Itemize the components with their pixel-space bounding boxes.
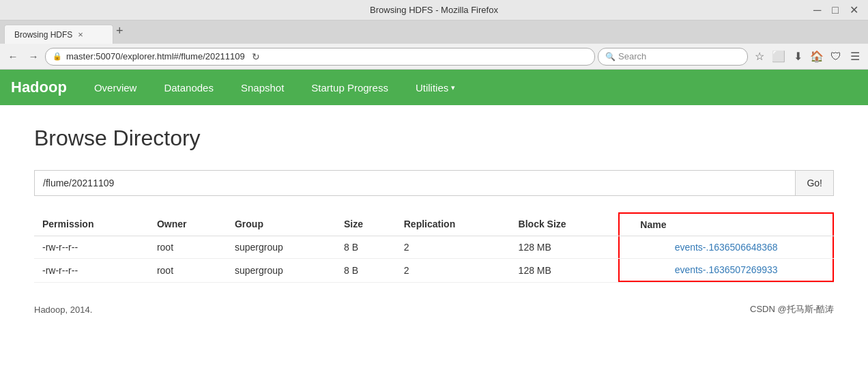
table-row: -rw-r--r-- root supergroup 8 B 2 128 MB … [34, 259, 834, 283]
search-placeholder: Search [618, 51, 646, 61]
col-header-name: Name [618, 212, 834, 236]
back-button[interactable]: ← [4, 48, 22, 66]
reload-button[interactable]: ↻ [252, 51, 260, 62]
footer: Hadoop, 2014. CSDN @托马斯-酷涛 [34, 303, 834, 322]
path-bar: Go! [34, 170, 834, 196]
nav-item-overview[interactable]: Overview [81, 70, 151, 105]
utilities-dropdown-arrow: ▾ [451, 83, 455, 92]
menu-icon[interactable]: ☰ [846, 48, 864, 66]
home-icon[interactable]: 🏠 [808, 48, 826, 66]
browser-toolbar-icons: ☆ ⬜ ⬇ 🏠 🛡 ☰ [751, 48, 864, 66]
nav-item-utilities[interactable]: Utilities ▾ [402, 70, 469, 105]
window-controls: ─ □ ✕ [811, 3, 861, 16]
col-header-replication: Replication [396, 212, 510, 236]
col-header-size: Size [336, 212, 396, 236]
browser-tab-active[interactable]: Browsing HDFS × [4, 25, 113, 44]
cell-size: 8 B [336, 236, 396, 259]
cell-group: supergroup [227, 236, 336, 259]
file-table: Permission Owner Group Size Replication … [34, 212, 834, 283]
browser-titlebar: Browsing HDFS - Mozilla Firefox ─ □ ✕ [0, 0, 868, 20]
lock-icon: 🔒 [53, 52, 62, 61]
forward-button[interactable]: → [25, 48, 42, 66]
browser-addressbar: ← → 🔒 master:50070/explorer.html#/flume/… [0, 44, 868, 70]
hadoop-brand[interactable]: Hadoop [11, 79, 67, 96]
url-text: master:50070/explorer.html#/flume/202111… [66, 51, 245, 61]
footer-right: CSDN @托马斯-酷涛 [750, 303, 834, 315]
shield-icon[interactable]: 🛡 [827, 48, 845, 66]
cell-name: events-.1636506648368 [618, 236, 834, 259]
new-tab-button[interactable]: + [116, 24, 124, 38]
cell-permission: -rw-r--r-- [34, 236, 149, 259]
download-icon[interactable]: ⬇ [789, 48, 807, 66]
tab-close-button[interactable]: × [78, 29, 83, 40]
col-header-owner: Owner [149, 212, 227, 236]
page-title: Browse Directory [34, 126, 834, 151]
cell-owner: root [149, 236, 227, 259]
search-icon: 🔍 [605, 52, 616, 61]
table-header-row: Permission Owner Group Size Replication … [34, 212, 834, 236]
main-content: Browse Directory Go! Permission Owner Gr… [0, 105, 868, 336]
cell-permission: -rw-r--r-- [34, 259, 149, 283]
minimize-button[interactable]: ─ [811, 4, 824, 16]
nav-item-snapshot[interactable]: Snapshot [227, 70, 298, 105]
footer-left: Hadoop, 2014. [34, 305, 92, 315]
path-input[interactable] [34, 170, 795, 196]
go-button[interactable]: Go! [795, 170, 834, 196]
cell-block-size: 128 MB [510, 236, 619, 259]
nav-item-datanodes[interactable]: Datanodes [150, 70, 227, 105]
cell-block-size: 128 MB [510, 259, 619, 283]
titlebar-title: Browsing HDFS - Mozilla Firefox [370, 5, 498, 15]
file-link[interactable]: events-.1636507269933 [675, 264, 778, 275]
col-header-block-size: Block Size [510, 212, 619, 236]
col-header-permission: Permission [34, 212, 149, 236]
search-bar[interactable]: 🔍 Search [598, 48, 748, 66]
hadoop-navbar: Hadoop Overview Datanodes Snapshot Start… [0, 70, 868, 105]
cell-owner: root [149, 259, 227, 283]
url-bar[interactable]: 🔒 master:50070/explorer.html#/flume/2021… [45, 48, 595, 66]
close-window-button[interactable]: ✕ [847, 3, 861, 16]
cell-name: events-.1636507269933 [618, 259, 834, 283]
col-header-group: Group [227, 212, 336, 236]
cell-replication: 2 [396, 259, 510, 283]
file-link[interactable]: events-.1636506648368 [675, 242, 778, 253]
tab-label: Browsing HDFS [14, 30, 72, 40]
table-row: -rw-r--r-- root supergroup 8 B 2 128 MB … [34, 236, 834, 259]
cell-size: 8 B [336, 259, 396, 283]
cell-replication: 2 [396, 236, 510, 259]
bookmark-manager-icon[interactable]: ⬜ [770, 48, 787, 66]
nav-item-startup-progress[interactable]: Startup Progress [298, 70, 402, 105]
browser-tabbar: Browsing HDFS × + [0, 20, 868, 44]
cell-group: supergroup [227, 259, 336, 283]
maximize-button[interactable]: □ [829, 4, 841, 16]
bookmark-star-icon[interactable]: ☆ [751, 48, 768, 66]
